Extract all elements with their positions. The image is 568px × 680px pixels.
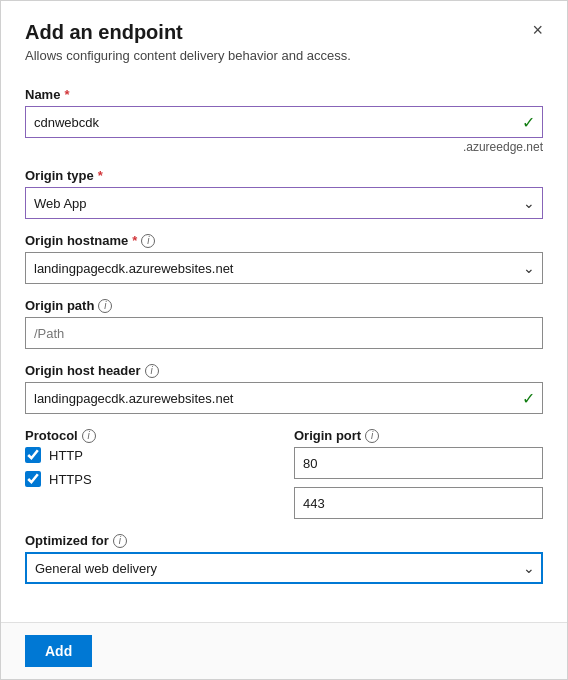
origin-host-header-wrapper: ✓	[25, 382, 543, 414]
origin-path-input[interactable]	[25, 317, 543, 349]
origin-path-label: Origin path i	[25, 298, 543, 313]
origin-host-header-label: Origin host header i	[25, 363, 543, 378]
https-checkbox[interactable]	[25, 471, 41, 487]
dialog-body: Name * ✓ .azureedge.net Origin type * We…	[1, 73, 567, 622]
origin-path-info-icon[interactable]: i	[98, 299, 112, 313]
dialog-footer: Add	[1, 622, 567, 679]
origin-hostname-wrapper: landingpagecdk.azurewebsites.net ⌄	[25, 252, 543, 284]
optimized-for-wrapper: General web delivery ⌄	[25, 552, 543, 584]
origin-port-info-icon[interactable]: i	[365, 429, 379, 443]
add-endpoint-dialog: Add an endpoint Allows configuring conte…	[0, 0, 568, 680]
http-port-input[interactable]	[294, 447, 543, 479]
dialog-subtitle: Allows configuring content delivery beha…	[25, 48, 543, 63]
origin-type-wrapper: Web App ⌄	[25, 187, 543, 219]
origin-host-header-input[interactable]	[25, 382, 543, 414]
name-label: Name *	[25, 87, 543, 102]
origin-type-label: Origin type *	[25, 168, 543, 183]
name-input[interactable]	[25, 106, 543, 138]
origin-type-select[interactable]: Web App	[25, 187, 543, 219]
name-suffix: .azureedge.net	[25, 140, 543, 154]
close-button[interactable]: ×	[526, 19, 549, 41]
dialog-title: Add an endpoint	[25, 21, 543, 44]
http-option[interactable]: HTTP	[25, 447, 274, 463]
origin-port-label: Origin port i	[294, 428, 543, 443]
https-port-input[interactable]	[294, 487, 543, 519]
required-star: *	[64, 87, 69, 102]
protocol-column: Protocol i HTTP HTTPS	[25, 428, 274, 487]
port-inputs	[294, 447, 543, 519]
name-field-group: Name * ✓ .azureedge.net	[25, 87, 543, 154]
origin-type-field-group: Origin type * Web App ⌄	[25, 168, 543, 219]
origin-hostname-label: Origin hostname * i	[25, 233, 543, 248]
http-checkbox[interactable]	[25, 447, 41, 463]
origin-host-header-check-icon: ✓	[522, 389, 535, 408]
name-input-wrapper: ✓	[25, 106, 543, 138]
origin-type-required-star: *	[98, 168, 103, 183]
origin-path-field-group: Origin path i	[25, 298, 543, 349]
origin-path-wrapper	[25, 317, 543, 349]
protocol-options: HTTP HTTPS	[25, 447, 274, 487]
optimized-for-select[interactable]: General web delivery	[25, 552, 543, 584]
origin-hostname-required-star: *	[132, 233, 137, 248]
add-button[interactable]: Add	[25, 635, 92, 667]
name-check-icon: ✓	[522, 113, 535, 132]
protocol-info-icon[interactable]: i	[82, 429, 96, 443]
origin-host-header-field-group: Origin host header i ✓	[25, 363, 543, 414]
origin-hostname-field-group: Origin hostname * i landingpagecdk.azure…	[25, 233, 543, 284]
dialog-header: Add an endpoint Allows configuring conte…	[1, 1, 567, 73]
optimized-for-field-group: Optimized for i General web delivery ⌄	[25, 533, 543, 584]
protocol-label: Protocol i	[25, 428, 274, 443]
https-option[interactable]: HTTPS	[25, 471, 274, 487]
optimized-for-info-icon[interactable]: i	[113, 534, 127, 548]
origin-hostname-select[interactable]: landingpagecdk.azurewebsites.net	[25, 252, 543, 284]
origin-hostname-info-icon[interactable]: i	[141, 234, 155, 248]
protocol-origin-port-row: Protocol i HTTP HTTPS Origin port	[25, 428, 543, 519]
origin-host-header-info-icon[interactable]: i	[145, 364, 159, 378]
optimized-for-label: Optimized for i	[25, 533, 543, 548]
origin-port-column: Origin port i	[294, 428, 543, 519]
